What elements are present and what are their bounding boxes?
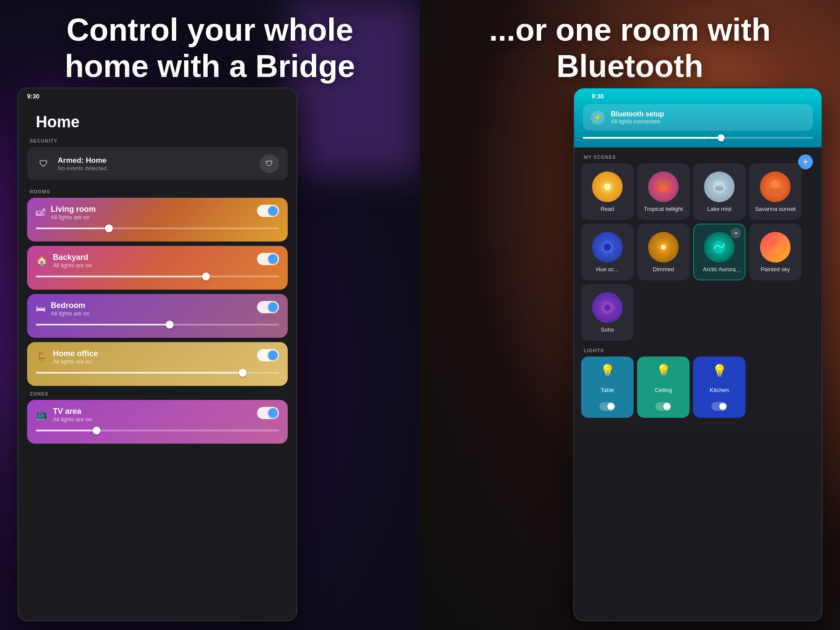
app-title: Home: [27, 104, 288, 138]
room-card-top: 🏠 Backyard All lights are on: [36, 253, 279, 269]
backyard-slider[interactable]: [36, 276, 279, 277]
slider-thumb[interactable]: [166, 321, 174, 329]
zones-section-label: ZONES: [27, 391, 288, 400]
scene-name: Hue sc...: [596, 266, 618, 273]
backyard-toggle[interactable]: [257, 253, 279, 265]
scene-dimmed[interactable]: Dimmed: [637, 224, 690, 280]
room-info: 🛏 Bedroom All lights are on: [36, 301, 90, 317]
homeoffice-toggle[interactable]: [257, 349, 279, 361]
bluetooth-progress-thumb[interactable]: [718, 134, 725, 141]
scene-arctic[interactable]: ✏ Arctic Aurora ···: [693, 224, 746, 280]
scene-tropical[interactable]: Tropical twilight: [637, 163, 690, 220]
left-headline: Control your whole home with a Bridge: [26, 12, 394, 84]
svg-point-2: [659, 185, 668, 192]
dimmed-scene-thumb: [648, 232, 679, 262]
light-table[interactable]: 💡 Table: [581, 357, 634, 418]
room-text: Living room All lights are on: [51, 205, 96, 220]
svg-point-8: [604, 244, 611, 251]
light-name: Table: [600, 387, 614, 393]
security-title: Armed: Home: [58, 156, 108, 165]
room-card-top: 📺 TV area All lights are on: [36, 407, 279, 423]
room-text: Bedroom All lights are on: [51, 301, 90, 317]
scene-painted[interactable]: Painted sky: [749, 224, 802, 280]
room-name: Living room: [51, 205, 96, 214]
security-card[interactable]: 🛡 Armed: Home No events detected. 🛡: [27, 147, 288, 180]
scenes-label: MY SCENES: [581, 154, 815, 163]
room-card-tvarea[interactable]: 📺 TV area All lights are on: [27, 400, 288, 444]
header-left: Control your whole home with a Bridge: [0, 3, 420, 93]
svg-point-5: [771, 180, 780, 189]
left-time: 9:30: [27, 93, 39, 100]
scene-savanna[interactable]: Savanna sunset: [749, 163, 802, 220]
scene-hue[interactable]: Hue sc...: [581, 224, 634, 280]
bluetooth-progress[interactable]: [583, 137, 813, 139]
room-name: TV area: [53, 407, 92, 416]
light-kitchen[interactable]: 💡 Kitchen: [693, 357, 746, 418]
bluetooth-header: 9:30 ⚡ Bluetooth setup All lights connec…: [574, 88, 822, 147]
bedroom-toggle[interactable]: [257, 301, 279, 313]
slider-thumb[interactable]: [93, 427, 101, 434]
room-status: All lights are on: [53, 358, 98, 365]
left-status-bar: 9:30: [18, 88, 296, 104]
ceiling-light-toggle[interactable]: [655, 402, 671, 411]
slider-track: [36, 372, 279, 374]
svg-point-1: [604, 183, 611, 190]
security-action-button[interactable]: 🛡: [260, 154, 279, 173]
security-left: 🛡 Armed: Home No events detected.: [36, 156, 108, 172]
scene-edit-button[interactable]: ✏: [731, 228, 741, 238]
scene-read[interactable]: Read: [581, 163, 634, 220]
scene-name: Painted sky: [760, 266, 790, 273]
room-card-backyard[interactable]: 🏠 Backyard All lights are on: [27, 246, 288, 290]
bluetooth-text: Bluetooth setup All lights connected: [611, 110, 664, 125]
room-card-homeoffice[interactable]: 🪑 Home office All lights are on: [27, 342, 288, 386]
more-options-button[interactable]: ···: [735, 267, 741, 276]
slider-thumb[interactable]: [105, 224, 113, 232]
lights-label: LIGHTS: [581, 348, 815, 357]
bluetooth-icon: ⚡: [591, 111, 605, 125]
living-room-slider[interactable]: [36, 228, 279, 229]
svg-point-10: [661, 245, 666, 250]
scene-soho[interactable]: Soho: [581, 284, 634, 341]
security-section-label: SECURITY: [27, 138, 288, 147]
table-light-toggle[interactable]: [600, 402, 615, 411]
slider-track: [36, 324, 279, 326]
room-card-living[interactable]: 🛋 Living room All lights are on: [27, 198, 288, 242]
lights-grid: 💡 Table 💡 Ceiling 💡 Kitchen: [581, 357, 815, 418]
tvarea-slider[interactable]: [36, 430, 279, 431]
living-room-toggle[interactable]: [257, 205, 279, 217]
homeoffice-slider[interactable]: [36, 372, 279, 374]
room-status: All lights are on: [51, 214, 96, 220]
lake-scene-thumb: [704, 172, 735, 202]
slider-fill: [36, 430, 97, 431]
scene-name: Savanna sunset: [755, 206, 795, 212]
left-app-content: Home SECURITY 🛡 Armed: Home No events de…: [18, 104, 296, 444]
bluetooth-card[interactable]: ⚡ Bluetooth setup All lights connected: [583, 104, 813, 131]
svg-point-14: [604, 304, 610, 311]
slider-thumb[interactable]: [239, 369, 247, 377]
room-status: All lights are on: [53, 262, 92, 269]
room-info: 🪑 Home office All lights are on: [36, 349, 98, 365]
svg-point-12: [769, 241, 781, 253]
right-headline: ...or one room with Bluetooth: [446, 12, 814, 84]
room-card-bedroom[interactable]: 🛏 Bedroom All lights are on: [27, 294, 288, 338]
slider-track: [36, 430, 279, 431]
slider-fill: [36, 228, 109, 229]
bedroom-slider[interactable]: [36, 324, 279, 326]
room-name: Bedroom: [51, 301, 90, 310]
office-icon: 🪑: [36, 351, 48, 363]
scenes-section: MY SCENES Read Tropical twilight: [581, 154, 815, 341]
svg-point-4: [715, 186, 724, 191]
svg-rect-6: [769, 188, 781, 193]
tropical-scene-thumb: [648, 172, 679, 202]
kitchen-light-toggle[interactable]: [711, 402, 727, 411]
lights-section: LIGHTS 💡 Table 💡 Ceiling 💡 Kitchen: [581, 348, 815, 418]
light-name: Ceiling: [655, 387, 672, 393]
scene-lake[interactable]: Lake mist: [693, 163, 746, 220]
room-card-top: 🪑 Home office All lights are on: [36, 349, 279, 365]
room-text: Home office All lights are on: [53, 349, 98, 365]
tvarea-toggle[interactable]: [257, 407, 279, 419]
light-ceiling[interactable]: 💡 Ceiling: [637, 357, 690, 418]
slider-thumb[interactable]: [202, 273, 210, 280]
room-info: 📺 TV area All lights are on: [36, 407, 92, 423]
scene-name: Lake mist: [707, 206, 732, 212]
